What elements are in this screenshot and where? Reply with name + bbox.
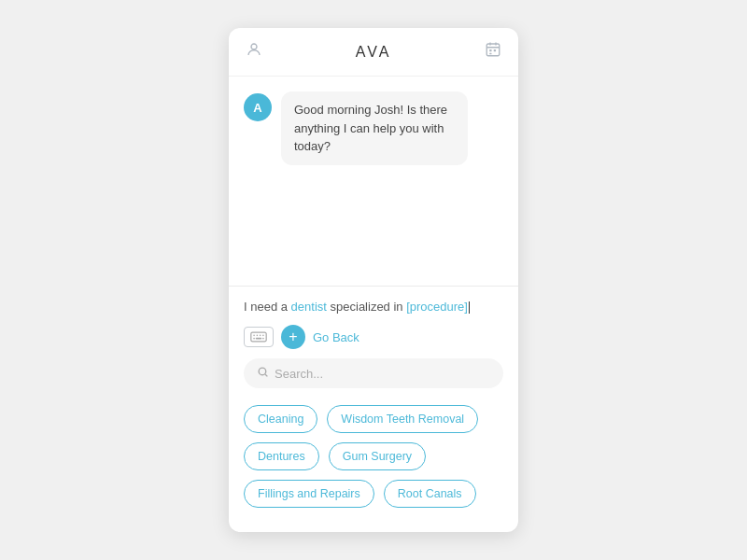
- message-bubble: Good morning Josh! Is there anything I c…: [281, 91, 468, 165]
- avatar: A: [244, 93, 272, 121]
- svg-line-17: [265, 374, 267, 376]
- chip-root-canals[interactable]: Root Canals: [384, 480, 476, 508]
- text-cursor: [469, 301, 470, 314]
- dentist-link[interactable]: dentist: [291, 300, 327, 314]
- plus-button[interactable]: +: [281, 325, 305, 349]
- user-icon: [246, 41, 262, 63]
- app-card: AVA A Good morning Josh! Is there anythi…: [229, 28, 518, 532]
- compose-line: I need a dentist specialized in [procedu…: [244, 298, 503, 316]
- header: AVA: [229, 28, 518, 77]
- keyboard-icon[interactable]: [244, 327, 274, 347]
- chat-area: A Good morning Josh! Is there anything I…: [229, 77, 518, 286]
- app-title: AVA: [356, 44, 392, 61]
- message-row: A Good morning Josh! Is there anything I…: [244, 91, 503, 165]
- compose-prefix: I need a: [244, 300, 291, 314]
- svg-point-0: [251, 44, 257, 49]
- search-bar[interactable]: Search...: [244, 358, 503, 388]
- chip-cleaning[interactable]: Cleaning: [244, 405, 317, 433]
- search-placeholder: Search...: [275, 367, 323, 381]
- chips-row-2: Dentures Gum Surgery: [244, 442, 503, 470]
- chip-fillings[interactable]: Fillings and Repairs: [244, 480, 374, 508]
- toolbar-row: + Go Back: [244, 325, 503, 349]
- svg-rect-7: [489, 53, 491, 55]
- chips-row-3: Fillings and Repairs Root Canals: [244, 480, 503, 508]
- chip-dentures[interactable]: Dentures: [244, 442, 319, 470]
- chips-section: Cleaning Wisdom Teeth Removal Dentures G…: [229, 405, 518, 532]
- search-icon: [257, 366, 269, 381]
- svg-point-16: [259, 368, 266, 375]
- svg-rect-8: [251, 332, 266, 342]
- svg-rect-1: [486, 44, 500, 56]
- svg-rect-6: [494, 49, 496, 51]
- go-back-button[interactable]: Go Back: [313, 330, 359, 344]
- procedure-placeholder: [procedure]: [406, 300, 468, 314]
- svg-rect-5: [489, 49, 491, 51]
- input-section: I need a dentist specialized in [procedu…: [229, 287, 518, 406]
- chips-row-1: Cleaning Wisdom Teeth Removal: [244, 405, 503, 433]
- compose-middle: specialized in: [327, 300, 406, 314]
- chip-gum-surgery[interactable]: Gum Surgery: [329, 442, 426, 470]
- calendar-icon[interactable]: [485, 41, 501, 63]
- chip-wisdom-teeth[interactable]: Wisdom Teeth Removal: [327, 405, 478, 433]
